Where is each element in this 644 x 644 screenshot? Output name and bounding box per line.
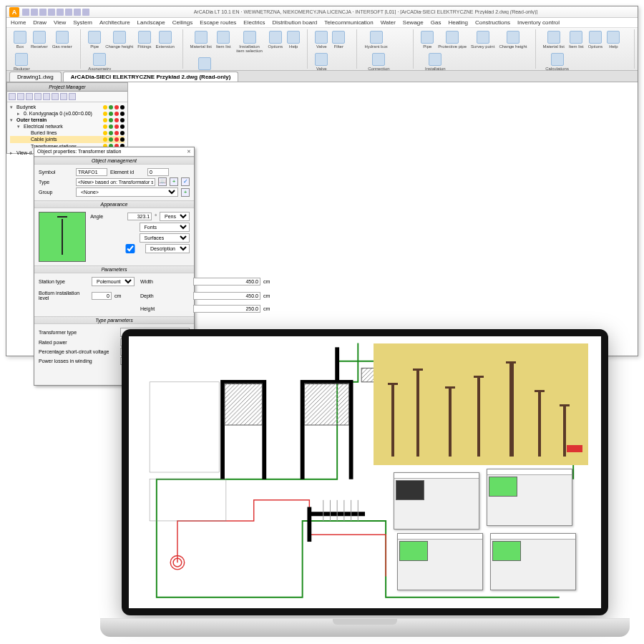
ribbon-box[interactable]: Box [14, 31, 26, 49]
type-pick-button[interactable]: 📖 [158, 177, 167, 186]
ribbon-filter[interactable]: Filter [332, 31, 345, 49]
description-checkbox[interactable] [118, 244, 142, 253]
ribbon: BoxReceiverGas meterReducerPipeChange he… [6, 28, 638, 71]
menu-draw[interactable]: Draw [33, 19, 47, 26]
ribbon-help[interactable]: Help [287, 31, 300, 53]
menu-sewage[interactable]: Sewage [403, 19, 424, 26]
ribbon-gas-meter[interactable]: Gas meter [52, 31, 72, 49]
ribbon-calculations-and-report[interactable]: Calculations and report [190, 57, 219, 71]
station-type-select[interactable]: Polemount [92, 277, 135, 286]
ribbon-valve[interactable]: Valve [315, 31, 328, 49]
svg-rect-14 [305, 384, 349, 425]
close-icon[interactable]: ✕ [187, 149, 191, 155]
menu-electrics[interactable]: Electrics [243, 19, 265, 26]
menu-heating[interactable]: Heating [448, 19, 468, 26]
height-unit: cm [263, 306, 270, 311]
svg-point-9 [226, 251, 230, 255]
ribbon-calculations-and-report[interactable]: Calculations and report [543, 53, 572, 71]
ribbon-installation-item-selection[interactable]: Installation item selection [235, 31, 264, 53]
fonts-select[interactable]: Fonts [140, 223, 190, 232]
window-title: ArCADia LT 10.1 EN · WEWNĘTRZNA, NIEKOME… [97, 9, 635, 14]
width-input[interactable] [193, 278, 260, 286]
ribbon-valve[interactable]: Valve [315, 53, 328, 71]
symbol-input[interactable] [76, 168, 107, 176]
project-manager-toolbar[interactable] [7, 92, 127, 102]
mini-dialog-4[interactable] [490, 533, 576, 590]
type-input[interactable] [76, 178, 155, 186]
laptop-screen [122, 329, 608, 615]
tree-item[interactable]: Cable joints [10, 136, 125, 142]
ribbon-change-height[interactable]: Change height [105, 31, 133, 49]
surfaces-select[interactable]: Surfaces [140, 233, 190, 243]
bottom-input[interactable] [92, 292, 112, 300]
menu-inventory-control[interactable]: Inventory control [517, 19, 560, 26]
ribbon-protective-pipe[interactable]: Protective pipe [438, 31, 467, 49]
ribbon-item-list[interactable]: Item list [216, 31, 231, 53]
mini-dialog-3[interactable] [397, 533, 483, 590]
menu-distribution-board[interactable]: Distribution board [273, 19, 318, 26]
mini-dialog-1[interactable] [394, 472, 479, 530]
quick-access-toolbar[interactable] [22, 9, 89, 16]
ribbon-pipe[interactable]: Pipe [421, 31, 434, 49]
mini-dialog-2[interactable] [487, 469, 572, 526]
type-add-button[interactable]: + [170, 177, 178, 186]
ribbon-item-list[interactable]: Item list [569, 31, 584, 49]
cad-application-window: A ArCADia LT 10.1 EN · WEWNĘTRZNA, NIEKO… [6, 6, 638, 356]
menu-escape-routes[interactable]: Escape routes [200, 19, 236, 26]
menu-landscape[interactable]: Landscape [137, 19, 165, 26]
section-object-management: Object management [34, 157, 194, 165]
menu-telecommunication[interactable]: Telecommunication [324, 19, 373, 26]
ribbon-survey-point[interactable]: Survey point [471, 31, 494, 49]
main-menu: HomeDrawViewSystemArchitectureLandscapeC… [6, 18, 638, 28]
svg-rect-17 [150, 479, 226, 521]
angle-input[interactable] [127, 213, 152, 220]
project-manager-panel: Project Manager ▾Budynek▸0. Kondygnacja … [6, 82, 128, 154]
ribbon-connection-point[interactable]: Connection point [364, 53, 393, 71]
section-type-parameters: Type parameters [34, 316, 194, 324]
menu-view[interactable]: View [54, 19, 66, 26]
ribbon-options[interactable]: Options [588, 31, 603, 49]
menu-water[interactable]: Water [381, 19, 396, 26]
ribbon-hydrant-box[interactable]: Hydrant box [364, 31, 387, 49]
ribbon-options[interactable]: Options [268, 31, 283, 53]
tree-item[interactable]: Buried lines [10, 130, 125, 136]
ribbon-material-list[interactable]: Material list [543, 31, 565, 49]
bottom-label: Bottom installation level [39, 291, 89, 301]
document-tab[interactable]: ArCADia-SIECI ELEKTRYCZNE Przykład 2.dwg… [63, 72, 239, 82]
ribbon-axonometry[interactable]: Axonometry [88, 53, 111, 71]
menu-ceilings[interactable]: Ceilings [172, 19, 192, 26]
height-input[interactable] [193, 305, 260, 313]
menu-home[interactable]: Home [11, 19, 26, 26]
ribbon-extension[interactable]: Extension [156, 31, 175, 49]
tree-item[interactable]: ▸0. Kondygnacja 0 (±0.00=0.00) [10, 110, 125, 117]
depth-input[interactable] [193, 292, 260, 300]
ribbon-change-height[interactable]: Change height [499, 31, 527, 49]
ribbon-material-list[interactable]: Material list [190, 31, 212, 53]
tree-item[interactable]: ▾Budynek [10, 104, 125, 110]
menu-gas[interactable]: Gas [431, 19, 441, 26]
ribbon-reducer[interactable]: Reducer [14, 53, 30, 71]
depth-label: Depth [140, 293, 190, 298]
bottom-unit: cm [114, 293, 121, 298]
app-logo: A [9, 7, 19, 17]
tree-item[interactable]: ▾Outer terrain [10, 117, 125, 123]
pens-select[interactable]: Pens [160, 212, 190, 221]
menu-architecture[interactable]: Architecture [99, 19, 130, 26]
laptop-canvas [129, 336, 601, 608]
tree-item[interactable]: ▾Electrical network [10, 123, 125, 130]
ribbon-fittings[interactable]: Fittings [137, 31, 151, 49]
ribbon-pipe[interactable]: Pipe [88, 31, 101, 49]
menu-constructions[interactable]: Constructions [475, 19, 510, 26]
description-select[interactable]: Description [145, 244, 190, 253]
group-select[interactable]: <None> [76, 187, 178, 197]
menu-system[interactable]: System [73, 19, 92, 26]
group-add-button[interactable]: + [181, 188, 190, 197]
document-tab[interactable]: Drawing1.dwg [9, 72, 62, 82]
element-id-input[interactable] [147, 168, 169, 176]
type-ok-button[interactable]: ✓ [181, 177, 190, 186]
type-label: Type [39, 180, 73, 185]
ribbon-receiver[interactable]: Receiver [31, 31, 48, 49]
element-id-label: Element id [110, 170, 145, 175]
ribbon-help[interactable]: Help [607, 31, 620, 49]
ribbon-installation-profile[interactable]: Installation profile [421, 53, 449, 71]
